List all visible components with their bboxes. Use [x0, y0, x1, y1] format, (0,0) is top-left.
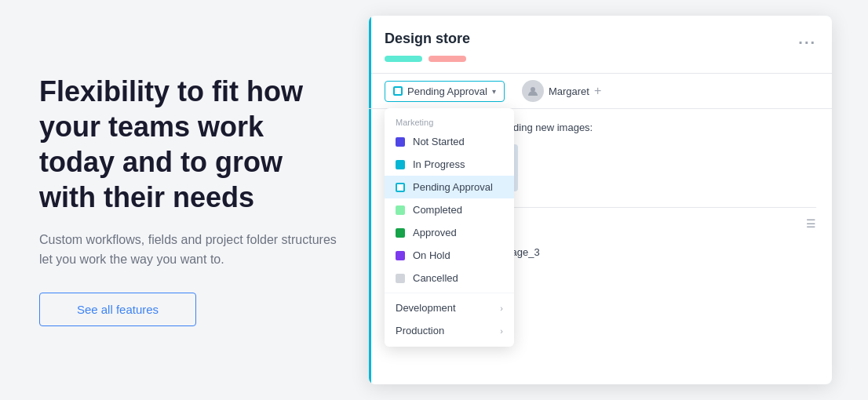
- in-progress-label: In Progress: [413, 158, 465, 170]
- on-hold-color: [396, 251, 405, 260]
- approved-color: [396, 228, 405, 238]
- status-cancelled[interactable]: Cancelled: [385, 267, 514, 289]
- toolbar-row: Pending Approval ▾ Margaret + Marketing …: [369, 74, 832, 109]
- right-panel: Design store ... Pending Approval ▾ Marg…: [369, 0, 868, 400]
- app-window: Design store ... Pending Approval ▾ Marg…: [369, 16, 832, 384]
- status-completed[interactable]: Completed: [385, 198, 514, 221]
- marketing-section-label: Marketing: [385, 113, 514, 130]
- cancelled-label: Cancelled: [413, 272, 458, 284]
- color-bar-teal: [385, 56, 422, 62]
- status-label: Pending Approval: [407, 85, 487, 97]
- status-icon: [393, 86, 403, 96]
- project-title: Design store: [385, 31, 470, 47]
- files-menu-icon[interactable]: ☰: [806, 217, 816, 230]
- chevron-right-icon-2: ›: [500, 326, 503, 336]
- add-assignee-button[interactable]: +: [594, 84, 601, 98]
- status-in-progress[interactable]: In Progress: [385, 153, 514, 176]
- status-on-hold[interactable]: On Hold: [385, 244, 514, 267]
- headline: Flexibility to fit how your teams work t…: [39, 74, 337, 215]
- in-progress-color: [396, 160, 405, 169]
- window-title: Design store ...: [385, 30, 816, 48]
- window-header: Design store ...: [369, 16, 832, 74]
- production-label: Production: [396, 325, 444, 336]
- not-started-color: [396, 137, 405, 147]
- avatar-group: Margaret +: [522, 80, 601, 102]
- on-hold-label: On Hold: [413, 249, 450, 261]
- development-label: Development: [396, 302, 456, 314]
- completed-label: Completed: [413, 204, 462, 216]
- pending-approval-label: Pending Approval: [413, 181, 493, 193]
- avatar: [522, 80, 544, 102]
- completed-color: [396, 205, 405, 215]
- chevron-right-icon: ›: [500, 304, 503, 313]
- status-approved[interactable]: Approved: [385, 221, 514, 244]
- subtext: Custom workflows, fields and project fol…: [39, 231, 337, 270]
- status-dropdown-menu: Marketing Not Started In Progress Pendin…: [385, 108, 514, 347]
- more-options-icon[interactable]: ...: [798, 30, 816, 48]
- status-dropdown-button[interactable]: Pending Approval ▾: [385, 81, 505, 102]
- cancelled-color: [396, 274, 405, 283]
- menu-divider: [385, 293, 514, 293]
- approved-label: Approved: [413, 227, 457, 238]
- color-bar-pink: [429, 56, 466, 62]
- not-started-label: Not Started: [413, 136, 465, 147]
- see-all-features-button[interactable]: See all features: [39, 293, 196, 326]
- avatar-name: Margaret: [549, 85, 589, 97]
- dropdown-arrow-icon: ▾: [492, 87, 496, 96]
- production-submenu[interactable]: Production ›: [385, 319, 514, 342]
- pending-approval-color: [396, 183, 405, 192]
- left-panel: Flexibility to fit how your teams work t…: [0, 0, 369, 400]
- development-submenu[interactable]: Development ›: [385, 296, 514, 319]
- status-not-started[interactable]: Not Started: [385, 130, 514, 153]
- status-pending-approval[interactable]: Pending Approval: [385, 176, 514, 198]
- color-bars: [385, 56, 816, 62]
- left-accent-bar: [369, 16, 371, 384]
